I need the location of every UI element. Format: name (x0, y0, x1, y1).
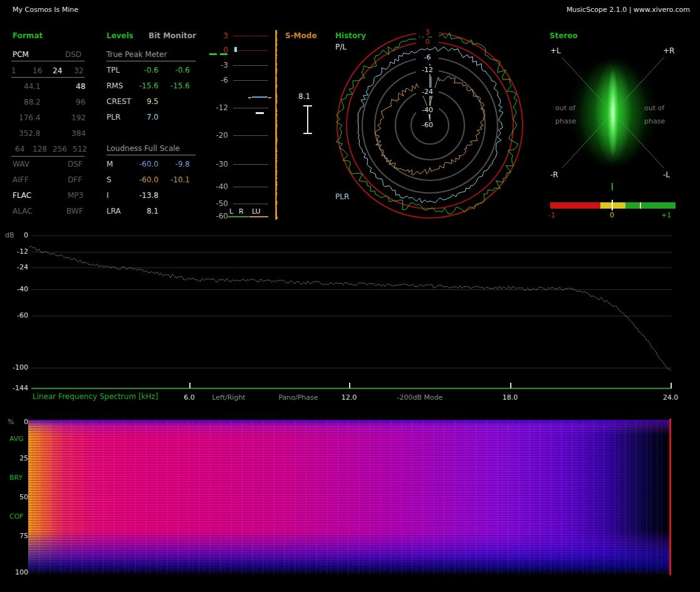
spectrogram-ytick-0: 0 (5, 418, 28, 426)
spectrogram-ytick-50: 50 (5, 493, 28, 501)
spectrogram-metric-avg[interactable]: AVG (9, 435, 24, 443)
spectrogram-ytick-25: 25 (5, 454, 28, 462)
spectrogram-metric-bry[interactable]: BRY (9, 474, 23, 482)
spectrogram-ytick-100: 100 (5, 568, 28, 576)
musicscope-window: My Cosmos Is Mine MusicScope 2.1.0 | www… (0, 0, 700, 592)
spectrogram-metric-cof[interactable]: COF (9, 512, 24, 521)
spectrogram-panel: % 0AVG25BRY50COF75100 (0, 0, 700, 592)
spectrogram-image[interactable] (28, 420, 671, 574)
playhead-line[interactable] (669, 418, 671, 575)
spectrogram-ytick-75: 75 (5, 532, 28, 540)
